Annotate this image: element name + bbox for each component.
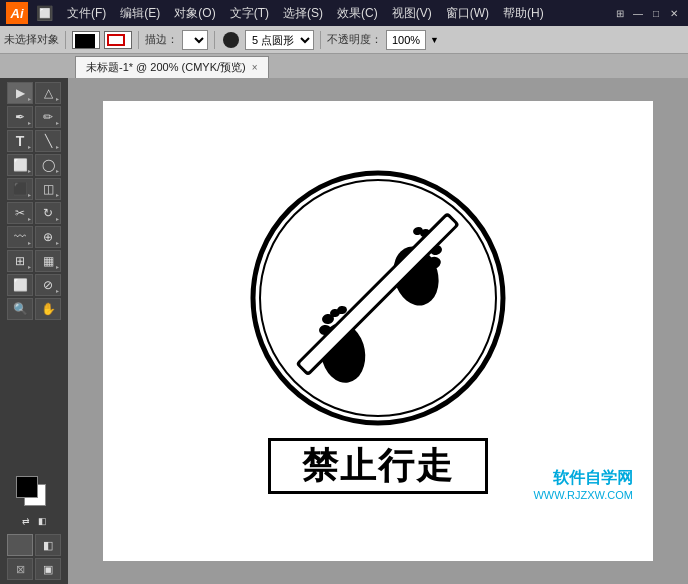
tool-row-6: ✂ ▸ ↻ ▸ [7, 202, 61, 224]
direct-select-tool[interactable]: △ ▸ [35, 82, 61, 104]
stroke-type-none[interactable]: ⊠ [7, 558, 33, 580]
blend-icon: ⊕ [43, 230, 53, 244]
tab-label: 未标题-1* @ 200% (CMYK/预览) [86, 60, 246, 75]
rotate-tool[interactable]: ↻ ▸ [35, 202, 61, 224]
text-tool[interactable]: T ▸ [7, 130, 33, 152]
gradient-tool[interactable]: ◫ ▸ [35, 178, 61, 200]
rect-icon: ⬜ [13, 158, 28, 172]
warp-tool[interactable]: 〰 ▸ [7, 226, 33, 248]
point-type-select[interactable]: 5 点圆形 [245, 30, 314, 50]
fill-color-box[interactable] [72, 31, 100, 49]
tool-row-1: ▶ ▸ △ ▸ [7, 82, 61, 104]
tool-row-5: ⬛ ▸ ◫ ▸ [7, 178, 61, 200]
rotate-icon: ↻ [43, 206, 53, 220]
fill-type-color[interactable] [7, 534, 33, 556]
menu-view[interactable]: 视图(V) [386, 3, 438, 24]
divider-1 [65, 31, 66, 49]
divider-4 [320, 31, 321, 49]
menu-text[interactable]: 文字(T) [224, 3, 275, 24]
line-icon: ╲ [45, 134, 52, 148]
menu-help[interactable]: 帮助(H) [497, 3, 550, 24]
graph-tool[interactable]: ▦ ▸ [35, 250, 61, 272]
line-tool[interactable]: ╲ ▸ [35, 130, 61, 152]
titlebar: Ai 🔲 文件(F) 编辑(E) 对象(O) 文字(T) 选择(S) 效果(C)… [0, 0, 688, 26]
hand-tool[interactable]: ✋ [35, 298, 61, 320]
window-controls: ⊞ — □ ✕ [612, 5, 682, 21]
canvas-area: 禁止行走 软件自学网 WWW.RJZXW.COM [68, 78, 688, 584]
tool-row-9: ⬜ ⊘ ▸ [7, 274, 61, 296]
blend-tool[interactable]: ⊕ ▸ [35, 226, 61, 248]
opacity-input[interactable] [386, 30, 426, 50]
symbol-tool[interactable]: ⊞ ▸ [7, 250, 33, 272]
tool-row-10: 🔍 ✋ [7, 298, 61, 320]
no-walking-sign [248, 168, 508, 428]
foreground-color-swatch[interactable] [16, 476, 38, 498]
tool-row-7: 〰 ▸ ⊕ ▸ [7, 226, 61, 248]
ellipse-tool[interactable]: ◯ ▸ [35, 154, 61, 176]
minimize-button[interactable]: — [630, 5, 646, 21]
grid-icon[interactable]: ⊞ [612, 5, 628, 21]
pen-icon: ✒ [15, 110, 25, 124]
warp-icon: 〰 [14, 230, 26, 244]
paint-bucket-tool[interactable]: ⬛ ▸ [7, 178, 33, 200]
close-button[interactable]: ✕ [666, 5, 682, 21]
gradient-icon: ◫ [43, 182, 54, 196]
menu-window[interactable]: 窗口(W) [440, 3, 495, 24]
window-icon[interactable]: 🔲 [36, 5, 53, 21]
select-tool[interactable]: ▶ ▸ [7, 82, 33, 104]
divider-2 [138, 31, 139, 49]
stroke-type-gradient[interactable]: ◧ [35, 534, 61, 556]
menu-bar: 文件(F) 编辑(E) 对象(O) 文字(T) 选择(S) 效果(C) 视图(V… [61, 3, 550, 24]
tool-row-4: ⬜ ▸ ◯ ▸ [7, 154, 61, 176]
stroke-select[interactable] [182, 30, 208, 50]
scissors-icon: ✂ [15, 206, 25, 220]
sign-container: 禁止行走 [248, 168, 508, 494]
rect-tool[interactable]: ⬜ ▸ [7, 154, 33, 176]
hand-icon: ✋ [41, 302, 56, 316]
opacity-arrow[interactable]: ▼ [430, 35, 439, 45]
select-icon: ▶ [16, 86, 25, 100]
stroke-color-box[interactable] [104, 31, 132, 49]
measure-tool[interactable]: ⊘ ▸ [35, 274, 61, 296]
menu-object[interactable]: 对象(O) [168, 3, 221, 24]
color-mode-icons: ⇄ ◧ [16, 514, 52, 528]
tab-close-button[interactable]: × [252, 62, 258, 73]
default-colors-icon[interactable]: ◧ [35, 514, 49, 528]
main-area: ▶ ▸ △ ▸ ✒ ▸ ✏ ▸ T ▸ ╲ [0, 78, 688, 584]
paint-bucket-icon: ⬛ [13, 182, 28, 196]
menu-file[interactable]: 文件(F) [61, 3, 112, 24]
graph-icon: ▦ [43, 254, 54, 268]
bottom-tools: ◧ ⊠ ▣ [2, 534, 66, 580]
zoom-icon: 🔍 [13, 302, 28, 316]
pen-tool[interactable]: ✒ ▸ [7, 106, 33, 128]
ellipse-icon: ◯ [42, 158, 55, 172]
object-indicator: 未选择对象 [4, 32, 59, 47]
toolbar: 未选择对象 描边： 5 点圆形 不透明度： ▼ [0, 26, 688, 54]
artboard-tool[interactable]: ⬜ [7, 274, 33, 296]
color-squares [16, 476, 52, 512]
maximize-button[interactable]: □ [648, 5, 664, 21]
text-icon: T [16, 133, 25, 149]
app-logo: Ai [6, 2, 28, 24]
scissors-tool[interactable]: ✂ ▸ [7, 202, 33, 224]
watermark-main: 软件自学网 [533, 468, 633, 489]
pencil-icon: ✏ [43, 110, 53, 124]
stroke-label: 描边： [145, 32, 178, 47]
zoom-tool[interactable]: 🔍 [7, 298, 33, 320]
menu-edit[interactable]: 编辑(E) [114, 3, 166, 24]
change-screen-mode[interactable]: ▣ [35, 558, 61, 580]
document-tab[interactable]: 未标题-1* @ 200% (CMYK/预览) × [75, 56, 269, 78]
menu-effect[interactable]: 效果(C) [331, 3, 384, 24]
symbol-icon: ⊞ [15, 254, 25, 268]
menu-select[interactable]: 选择(S) [277, 3, 329, 24]
tool-row-2: ✒ ▸ ✏ ▸ [7, 106, 61, 128]
point-indicator [223, 32, 239, 48]
tool-row-3: T ▸ ╲ ▸ [7, 130, 61, 152]
pencil-tool[interactable]: ✏ ▸ [35, 106, 61, 128]
opacity-label: 不透明度： [327, 32, 382, 47]
swap-colors-icon[interactable]: ⇄ [19, 514, 33, 528]
sign-text-box: 禁止行走 [268, 438, 488, 494]
color-area: ⇄ ◧ [12, 472, 56, 532]
watermark-sub: WWW.RJZXW.COM [533, 489, 633, 501]
canvas: 禁止行走 软件自学网 WWW.RJZXW.COM [103, 101, 653, 561]
